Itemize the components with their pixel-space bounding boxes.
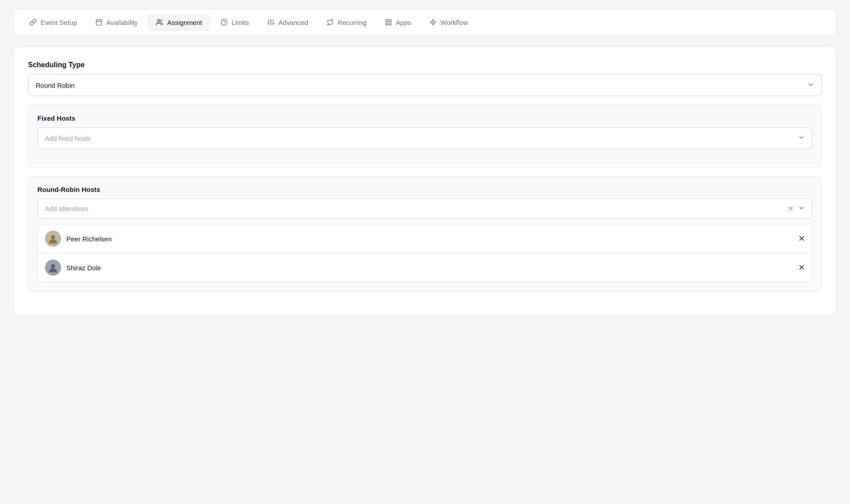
svg-point-4 bbox=[158, 20, 160, 22]
svg-rect-15 bbox=[386, 20, 388, 22]
avatar bbox=[45, 260, 61, 276]
host-name: Peer Richelsen bbox=[66, 235, 793, 243]
avatar bbox=[45, 231, 61, 247]
svg-rect-17 bbox=[389, 23, 391, 25]
tab-apps[interactable]: Apps bbox=[376, 14, 419, 31]
tab-advanced[interactable]: Advanced bbox=[259, 14, 316, 31]
chevron-down-icon-3 bbox=[798, 204, 805, 213]
svg-rect-0 bbox=[96, 20, 102, 25]
chevron-down-icon-2 bbox=[798, 134, 805, 142]
repeat-icon bbox=[326, 18, 334, 26]
host-name: Shiraz Dole bbox=[66, 264, 793, 272]
fixed-hosts-title: Fixed Hosts bbox=[37, 114, 813, 122]
round-robin-hosts-title: Round-Robin Hosts bbox=[37, 186, 813, 193]
tab-event-setup-label: Event Setup bbox=[41, 19, 77, 26]
svg-point-20 bbox=[51, 235, 55, 239]
grid-icon bbox=[384, 18, 392, 26]
fixed-hosts-select-wrapper: Add fixed hosts bbox=[37, 127, 813, 149]
svg-rect-16 bbox=[389, 20, 391, 22]
fixed-hosts-select[interactable]: Add fixed hosts bbox=[37, 127, 813, 149]
tab-recurring[interactable]: Recurring bbox=[318, 14, 375, 31]
host-list: Peer Richelsen ✕ Shiraz Dole ✕ bbox=[37, 224, 813, 282]
scheduling-type-section: Scheduling Type Round Robin bbox=[28, 61, 822, 96]
table-row: Peer Richelsen ✕ bbox=[38, 224, 812, 253]
tab-assignment-label: Assignment bbox=[167, 19, 202, 26]
remove-host-button[interactable]: ✕ bbox=[798, 263, 805, 272]
fixed-hosts-placeholder: Add fixed hosts bbox=[45, 134, 91, 142]
attendees-placeholder-text: Add attendees bbox=[45, 205, 88, 212]
scheduling-type-value: Round Robin bbox=[36, 81, 75, 89]
tab-workflow[interactable]: Workflow bbox=[421, 14, 476, 31]
sliders-icon bbox=[267, 18, 275, 26]
tab-workflow-label: Workflow bbox=[441, 19, 468, 26]
tab-limits-label: Limits bbox=[232, 19, 249, 26]
tab-availability-label: Availability bbox=[106, 19, 138, 26]
table-row: Shiraz Dole ✕ bbox=[38, 253, 812, 282]
svg-rect-18 bbox=[386, 23, 388, 25]
tab-availability[interactable]: Availability bbox=[87, 14, 146, 31]
chevron-down-icon bbox=[807, 81, 814, 89]
tab-recurring-label: Recurring bbox=[338, 19, 367, 26]
tab-assignment[interactable]: Assignment bbox=[147, 14, 210, 31]
tab-apps-label: Apps bbox=[396, 19, 411, 26]
clock-icon bbox=[220, 18, 228, 26]
scheduling-type-select[interactable]: Round Robin bbox=[28, 74, 822, 96]
fixed-hosts-section: Fixed Hosts Add fixed hosts bbox=[28, 105, 822, 167]
clear-icon[interactable]: ✕ bbox=[788, 204, 793, 213]
tab-bar: Event Setup Availability bbox=[13, 9, 837, 36]
scheduling-type-title: Scheduling Type bbox=[28, 61, 822, 69]
add-attendees-input[interactable]: Add attendees ✕ bbox=[37, 199, 813, 219]
svg-point-21 bbox=[51, 264, 55, 268]
tab-limits[interactable]: Limits bbox=[212, 14, 257, 31]
tab-advanced-label: Advanced bbox=[278, 19, 308, 26]
main-content-card: Scheduling Type Round Robin Fixed Hosts … bbox=[13, 46, 837, 315]
link-icon bbox=[29, 18, 37, 26]
svg-marker-19 bbox=[430, 19, 436, 25]
tab-event-setup[interactable]: Event Setup bbox=[21, 14, 85, 31]
zap-icon bbox=[429, 18, 437, 26]
calendar-icon bbox=[95, 18, 103, 26]
attendees-input-actions: ✕ bbox=[788, 204, 805, 213]
remove-host-button[interactable]: ✕ bbox=[798, 234, 805, 244]
round-robin-hosts-section: Round-Robin Hosts Add attendees ✕ bbox=[28, 176, 822, 292]
users-icon bbox=[155, 18, 163, 26]
scheduling-type-select-wrapper: Round Robin bbox=[28, 74, 822, 96]
